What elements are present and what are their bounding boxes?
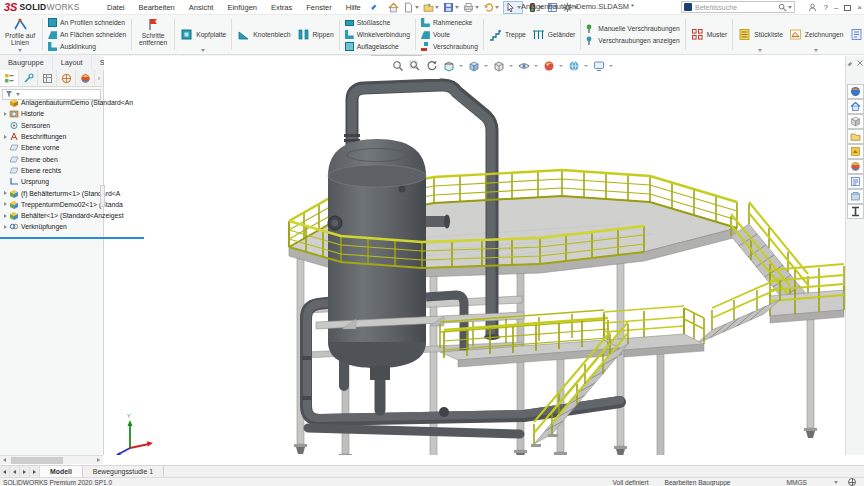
globe-icon[interactable]	[848, 478, 856, 486]
pack-and-go-icon[interactable]	[847, 189, 864, 204]
stosslasche-button[interactable]: Stoßlasche	[345, 17, 410, 28]
menu-bearbeiten[interactable]: Bearbeiten	[132, 3, 182, 12]
ausklinkung-button[interactable]: Ausklinkung	[48, 41, 126, 52]
menu-pin-icon[interactable]	[370, 3, 378, 11]
command-search[interactable]: Befehlssuche	[681, 1, 795, 13]
tree-item-sensoren[interactable]: Sensoren	[1, 120, 181, 131]
print-button[interactable]	[463, 2, 479, 13]
schritte-entfernen-button[interactable]: Schritte entfernen	[134, 15, 172, 54]
select-tool-button[interactable]	[503, 1, 523, 14]
nc-daten-button[interactable]: NC-Daten	[847, 15, 864, 54]
design-library-icon[interactable]	[847, 99, 864, 114]
menu-ansicht[interactable]: Ansicht	[182, 3, 221, 12]
tab-layout[interactable]: Layout	[53, 55, 92, 70]
displaymanager-tab[interactable]	[76, 70, 95, 86]
treppe-button[interactable]: Treppe	[486, 15, 529, 54]
open-doc-button[interactable]	[423, 2, 439, 13]
stueckliste-button[interactable]: Stückliste	[735, 15, 786, 54]
solidworks-resources-icon[interactable]	[847, 84, 864, 99]
winkelverbindung-button[interactable]: Winkelverbindung	[345, 29, 410, 40]
view-palette-icon[interactable]	[847, 144, 864, 159]
tree-item-historie[interactable]: Historie	[1, 108, 181, 119]
muster-button[interactable]: Muster	[688, 15, 730, 54]
view-settings-icon[interactable]	[591, 59, 606, 72]
model-3d-view[interactable]: Y	[104, 56, 845, 455]
auflagelasche-button[interactable]: Auflagelasche	[345, 41, 410, 52]
tab-baugruppe[interactable]: Baugruppe	[0, 55, 53, 70]
taskpane-pin-icon[interactable]	[847, 60, 854, 67]
profile-auf-linien-button[interactable]: Profile auf Linien	[0, 15, 40, 54]
scrollbar-thumb[interactable]	[11, 457, 63, 464]
first-study-icon[interactable]	[0, 466, 10, 477]
home-button[interactable]	[388, 2, 399, 13]
dimxpertmanager-tab[interactable]	[57, 70, 76, 86]
solidsteel-taskpane-icon[interactable]	[847, 204, 864, 219]
an-flaechen-schneiden-button[interactable]: An Flächen schneiden	[48, 29, 126, 40]
zoom-to-fit-icon[interactable]	[390, 59, 405, 72]
new-doc-button[interactable]	[403, 2, 419, 13]
kopfplatte-button[interactable]: Kopfplatte	[177, 15, 229, 54]
display-style-icon[interactable]	[491, 59, 506, 72]
search-input[interactable]: Befehlssuche	[695, 4, 778, 11]
gelaender-button[interactable]: Geländer	[529, 15, 579, 54]
rippen-button[interactable]: Rippen	[294, 15, 337, 54]
knotenblech-button[interactable]: Knotenblech	[234, 15, 293, 54]
maximize-button[interactable]	[844, 5, 851, 11]
verschraubung-button[interactable]: Verschraubung	[421, 41, 478, 52]
tree-item-ursprung[interactable]: Ursprung	[1, 176, 181, 187]
search-caret-icon[interactable]	[788, 6, 792, 9]
user-icon[interactable]	[808, 3, 817, 12]
previous-view-icon[interactable]	[424, 59, 439, 72]
featuremanager-tab[interactable]	[0, 70, 19, 86]
graphics-area[interactable]: Y	[104, 56, 845, 455]
tree-rollback-bar[interactable]	[0, 237, 144, 239]
rahmenecke-button[interactable]: Rahmenecke	[421, 17, 478, 28]
panel-splitter-handle[interactable]	[100, 185, 105, 207]
configurationmanager-tab[interactable]	[38, 70, 57, 86]
taskpane-close-icon[interactable]	[857, 60, 863, 66]
tree-item-behaelterturm[interactable]: (f) Behälterturm<1> (Standard<A	[1, 187, 181, 198]
close-button[interactable]: ×	[857, 3, 862, 12]
tree-item-behaelter[interactable]: Behälter<1> (Standard<Anzeigest	[1, 210, 181, 221]
menu-fenster[interactable]: Fenster	[299, 3, 338, 12]
tree-item-treppenturm[interactable]: TreppenturmDemo02<1> (Standa	[1, 199, 181, 210]
menu-extras[interactable]: Extras	[264, 3, 299, 12]
search-icon[interactable]	[778, 3, 787, 12]
zoom-to-area-icon[interactable]	[407, 59, 422, 72]
prev-study-icon[interactable]	[10, 466, 20, 477]
custom-properties-icon[interactable]	[847, 174, 864, 189]
an-profilen-schneiden-button[interactable]: An Profilen schneiden	[48, 17, 126, 28]
folder-icon[interactable]	[847, 129, 864, 144]
units-caret-icon[interactable]	[834, 481, 838, 484]
help-button[interactable]: ?	[823, 3, 827, 12]
voute-button[interactable]: Voute	[421, 29, 478, 40]
edit-appearance-icon[interactable]	[541, 59, 556, 72]
panel-horizontal-scrollbar[interactable]	[0, 455, 103, 464]
save-button[interactable]	[443, 2, 459, 13]
menu-hilfe[interactable]: Hilfe	[339, 3, 368, 12]
last-study-icon[interactable]	[30, 466, 40, 477]
tree-item-ebene-rechts[interactable]: Ebene rechts	[1, 165, 181, 176]
model-tab[interactable]: Modell	[40, 466, 83, 477]
minimize-button[interactable]: –	[834, 3, 838, 12]
manuelle-verschraubungen-button[interactable]: Manuelle Verschraubungen	[586, 23, 679, 34]
undo-button[interactable]	[483, 2, 499, 13]
scroll-right-icon[interactable]	[94, 456, 103, 465]
view-orientation-icon[interactable]	[466, 59, 481, 72]
next-study-icon[interactable]	[20, 466, 30, 477]
verschraubungen-anzeigen-button[interactable]: Verschraubungen anzeigen	[586, 35, 679, 46]
tree-item-beschriftungen[interactable]: Beschriftungen	[1, 131, 181, 142]
file-explorer-icon[interactable]	[847, 114, 864, 129]
tree-item-ebene-oben[interactable]: Ebene oben	[1, 153, 181, 164]
menu-einfuegen[interactable]: Einfügen	[220, 3, 264, 12]
hide-show-items-icon[interactable]	[516, 59, 531, 72]
status-units[interactable]: MMGS	[786, 479, 807, 486]
motion-study-tab[interactable]: Bewegungsstudie 1	[83, 466, 164, 477]
apply-scene-icon[interactable]	[566, 59, 581, 72]
tree-item-ebene-vorne[interactable]: Ebene vorne	[1, 142, 181, 153]
scroll-left-icon[interactable]	[0, 456, 9, 465]
menu-datei[interactable]: Datei	[100, 3, 132, 12]
zeichnungen-button[interactable]: Zeichnungen	[786, 15, 847, 54]
section-view-icon[interactable]	[441, 59, 456, 72]
panel-tab-overflow[interactable]: ›	[95, 75, 103, 82]
